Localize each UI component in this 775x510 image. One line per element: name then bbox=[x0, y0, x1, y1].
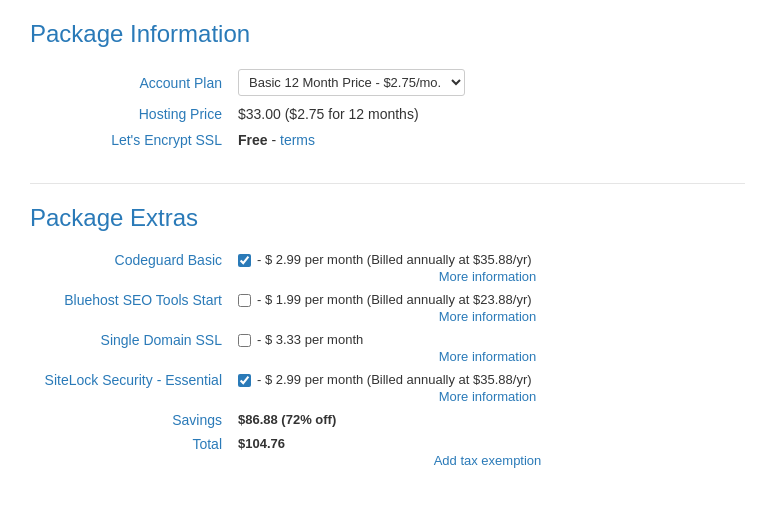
ssl-separator: - bbox=[268, 132, 280, 148]
sitelock-value: - $ 2.99 per month (Billed annually at $… bbox=[230, 368, 745, 408]
hosting-price-row: Hosting Price $33.00 ($2.75 for 12 month… bbox=[30, 101, 745, 127]
total-amount: $104.76 bbox=[238, 436, 285, 451]
package-extras-title: Package Extras bbox=[30, 204, 745, 232]
table-row: SiteLock Security - Essential - $ 2.99 p… bbox=[30, 368, 745, 408]
package-info-title: Package Information bbox=[30, 20, 745, 48]
codeguard-checkbox-row: - $ 2.99 per month (Billed annually at $… bbox=[238, 252, 737, 267]
account-plan-select[interactable]: Basic 12 Month Price - $2.75/mo. Basic 2… bbox=[238, 69, 465, 96]
codeguard-more-info[interactable]: More information bbox=[238, 269, 737, 284]
savings-row: Savings $86.88 (72% off) bbox=[30, 408, 745, 432]
terms-link[interactable]: terms bbox=[280, 132, 315, 148]
savings-amount: $86.88 (72% off) bbox=[238, 412, 336, 427]
package-info-table: Account Plan Basic 12 Month Price - $2.7… bbox=[30, 64, 745, 153]
seo-more-info[interactable]: More information bbox=[238, 309, 737, 324]
table-row: Codeguard Basic - $ 2.99 per month (Bill… bbox=[30, 248, 745, 288]
codeguard-label: Codeguard Basic bbox=[30, 248, 230, 288]
total-row: Total $104.76 Add tax exemption bbox=[30, 432, 745, 472]
seo-checkbox-row: - $ 1.99 per month (Billed annually at $… bbox=[238, 292, 737, 307]
sitelock-checkbox[interactable] bbox=[238, 374, 251, 387]
ssl-row: Let's Encrypt SSL Free - terms bbox=[30, 127, 745, 153]
domain-ssl-checkbox[interactable] bbox=[238, 334, 251, 347]
ssl-value: Free - terms bbox=[230, 127, 745, 153]
account-plan-value: Basic 12 Month Price - $2.75/mo. Basic 2… bbox=[230, 64, 745, 101]
domain-ssl-label: Single Domain SSL bbox=[30, 328, 230, 368]
codeguard-checkbox[interactable] bbox=[238, 254, 251, 267]
section-divider bbox=[30, 183, 745, 184]
ssl-label: Let's Encrypt SSL bbox=[30, 127, 230, 153]
sitelock-description: - $ 2.99 per month (Billed annually at $… bbox=[257, 372, 532, 387]
codeguard-value: - $ 2.99 per month (Billed annually at $… bbox=[230, 248, 745, 288]
seo-description: - $ 1.99 per month (Billed annually at $… bbox=[257, 292, 532, 307]
savings-label: Savings bbox=[30, 408, 230, 432]
domain-ssl-more-info[interactable]: More information bbox=[238, 349, 737, 364]
hosting-price-value: $33.00 ($2.75 for 12 months) bbox=[230, 101, 745, 127]
account-plan-row: Account Plan Basic 12 Month Price - $2.7… bbox=[30, 64, 745, 101]
sitelock-more-info[interactable]: More information bbox=[238, 389, 737, 404]
seo-value: - $ 1.99 per month (Billed annually at $… bbox=[230, 288, 745, 328]
table-row: Bluehost SEO Tools Start - $ 1.99 per mo… bbox=[30, 288, 745, 328]
hosting-price-label: Hosting Price bbox=[30, 101, 230, 127]
domain-ssl-checkbox-row: - $ 3.33 per month bbox=[238, 332, 737, 347]
sitelock-label: SiteLock Security - Essential bbox=[30, 368, 230, 408]
seo-label: Bluehost SEO Tools Start bbox=[30, 288, 230, 328]
sitelock-checkbox-row: - $ 2.99 per month (Billed annually at $… bbox=[238, 372, 737, 387]
free-label: Free bbox=[238, 132, 268, 148]
seo-checkbox[interactable] bbox=[238, 294, 251, 307]
domain-ssl-value: - $ 3.33 per month More information bbox=[230, 328, 745, 368]
total-label: Total bbox=[30, 432, 230, 472]
account-plan-label: Account Plan bbox=[30, 64, 230, 101]
table-row: Single Domain SSL - $ 3.33 per month Mor… bbox=[30, 328, 745, 368]
domain-ssl-description: - $ 3.33 per month bbox=[257, 332, 363, 347]
codeguard-description: - $ 2.99 per month (Billed annually at $… bbox=[257, 252, 532, 267]
package-extras-table: Codeguard Basic - $ 2.99 per month (Bill… bbox=[30, 248, 745, 472]
savings-value: $86.88 (72% off) bbox=[230, 408, 745, 432]
add-tax-exemption-link[interactable]: Add tax exemption bbox=[238, 453, 737, 468]
total-value: $104.76 Add tax exemption bbox=[230, 432, 745, 472]
